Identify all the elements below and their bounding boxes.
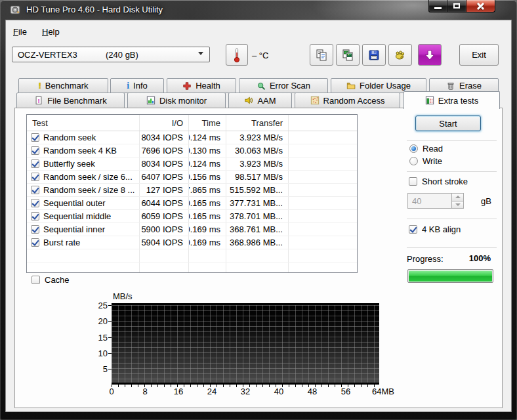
table-row[interactable]: Sequential outer 6044 IOPS 0.165 ms 377.… [27, 197, 357, 210]
titlebar[interactable]: HD Tune Pro 4.60 - Hard Disk Utility [0, 0, 517, 20]
align-checkbox[interactable] [409, 225, 417, 234]
copy-text-icon [315, 49, 328, 62]
x-tick-label: 24 [202, 387, 222, 396]
x-tick-label: 48 [302, 387, 322, 396]
health-icon [182, 81, 192, 91]
update-button[interactable] [418, 44, 442, 66]
x-tick-label: 32 [236, 387, 255, 396]
row-checkbox[interactable] [31, 146, 39, 155]
exit-label: Exit [472, 50, 486, 60]
cache-label: Cache [45, 275, 70, 285]
row-checkbox[interactable] [31, 199, 39, 207]
tab-file-benchmark[interactable]: ! File Benchmark [16, 93, 125, 108]
x-tick-label: 8 [135, 387, 155, 396]
tab-error-scan[interactable]: Error Scan [239, 78, 328, 93]
drive-selector[interactable]: OCZ-VERTEX3 (240 gB) [12, 47, 210, 62]
test-name: Random seek [43, 133, 96, 142]
stepper-up-button[interactable] [452, 194, 463, 201]
tab-disk-monitor[interactable]: Disk monitor [127, 93, 226, 108]
results-table: Test I/O Time Transfer Random seek 8034 … [26, 114, 358, 273]
write-radio[interactable] [409, 157, 418, 165]
save-icon [367, 49, 381, 62]
test-name: Random seek / size 6... [43, 172, 133, 182]
stepper-down-button[interactable] [452, 201, 463, 209]
tab-benchmark[interactable]: ! Benchmark [18, 78, 108, 93]
row-checkbox[interactable] [31, 159, 39, 168]
transfer-value: 377.731 MB... [226, 197, 289, 209]
row-checkbox[interactable] [31, 212, 39, 220]
close-button[interactable] [466, 0, 495, 12]
test-name: Sequential inner [43, 224, 105, 234]
y-tick-mark [108, 369, 112, 369]
x-tick-label: 16 [169, 387, 188, 396]
read-label: Read [423, 144, 443, 154]
time-value: 0.169 ms [189, 236, 226, 249]
table-row[interactable]: Butterfly seek 8034 IOPS 0.124 ms 3.923 … [27, 158, 357, 171]
options-button[interactable] [388, 44, 412, 66]
chart-y-axis-label: MB/s [113, 291, 133, 301]
short-stroke-size-stepper[interactable] [407, 193, 464, 209]
maximize-button[interactable] [447, 0, 466, 12]
column-header-filler [289, 115, 357, 131]
table-row[interactable]: Sequential inner 5900 IOPS 0.169 ms 368.… [27, 223, 357, 236]
tab-health[interactable]: Health [167, 78, 236, 93]
row-checkbox[interactable] [31, 186, 39, 194]
table-header-row: Test I/O Time Transfer [27, 115, 357, 131]
tab-random-access[interactable]: Random Access [295, 93, 400, 108]
erase-icon [446, 81, 455, 91]
temperature-button[interactable] [226, 44, 248, 66]
align-option[interactable]: 4 KB align [409, 224, 461, 234]
menu-help[interactable]: Help [38, 25, 64, 39]
tab-aam[interactable]: AAM [228, 93, 292, 108]
x-tick-label: 0 [102, 387, 121, 396]
align-label: 4 KB align [422, 224, 461, 234]
short-stroke-option[interactable]: Short stroke [409, 177, 468, 186]
tab-info[interactable]: i Info [110, 78, 164, 93]
y-tick-label: 10 [91, 348, 108, 358]
io-value: 6044 IOPS [140, 197, 189, 209]
test-name: Random seek / size 8 ... [43, 185, 134, 195]
table-row[interactable]: Random seek / size 8 ... 127 IOPS 7.865 … [27, 184, 357, 197]
column-header-time[interactable]: Time [189, 115, 226, 131]
transfer-value: 30.063 MB/s [226, 144, 289, 157]
error-scan-icon [257, 81, 266, 91]
cache-option[interactable]: Cache [31, 275, 70, 285]
row-checkbox[interactable] [31, 173, 39, 181]
time-value: 0.124 ms [189, 158, 226, 170]
menu-file[interactable]: File [9, 25, 31, 39]
chevron-down-icon [198, 52, 203, 55]
short-stroke-size-input[interactable] [408, 194, 451, 208]
table-row[interactable]: Random seek / size 6... 6407 IOPS 0.156 … [27, 171, 357, 184]
table-row[interactable]: Random seek 8034 IOPS 0.124 ms 3.923 MB/… [27, 131, 357, 144]
row-checkbox[interactable] [31, 133, 39, 142]
cache-checkbox[interactable] [31, 276, 40, 284]
row-checkbox[interactable] [31, 238, 39, 247]
save-button[interactable] [362, 44, 386, 66]
row-checkbox[interactable] [31, 225, 39, 234]
x-tick-label: 40 [269, 387, 289, 396]
x-tick-label: 56 [336, 387, 356, 396]
column-header-io[interactable]: I/O [140, 115, 189, 131]
exit-button[interactable]: Exit [459, 44, 499, 66]
table-row[interactable]: Burst rate 5904 IOPS 0.169 ms 368.986 MB… [27, 236, 357, 249]
short-stroke-label: Short stroke [422, 177, 468, 186]
info-icon: i [127, 81, 129, 90]
start-button[interactable]: Start [415, 116, 481, 131]
tab-extra-tests[interactable]: Extra tests [403, 91, 500, 109]
copy-image-button[interactable] [336, 44, 360, 66]
write-option[interactable]: Write [409, 156, 442, 166]
read-radio[interactable] [409, 144, 418, 153]
table-row[interactable]: Sequential middle 6059 IOPS 0.165 ms 378… [27, 210, 357, 223]
read-option[interactable]: Read [409, 144, 443, 154]
transfer-chart-plot-area [112, 303, 379, 385]
minimize-button[interactable] [428, 0, 447, 12]
column-header-transfer[interactable]: Transfer [226, 115, 289, 131]
copy-text-button[interactable] [310, 44, 333, 66]
tab-label: Benchmark [45, 81, 89, 91]
y-tick-label: 15 [91, 333, 108, 343]
tab-label: Error Scan [270, 81, 310, 91]
short-stroke-checkbox[interactable] [409, 177, 417, 186]
drive-capacity: (240 gB) [106, 50, 138, 60]
column-header-test[interactable]: Test [27, 115, 140, 131]
table-row[interactable]: Random seek 4 KB 7696 IOPS 0.130 ms 30.0… [27, 144, 357, 158]
